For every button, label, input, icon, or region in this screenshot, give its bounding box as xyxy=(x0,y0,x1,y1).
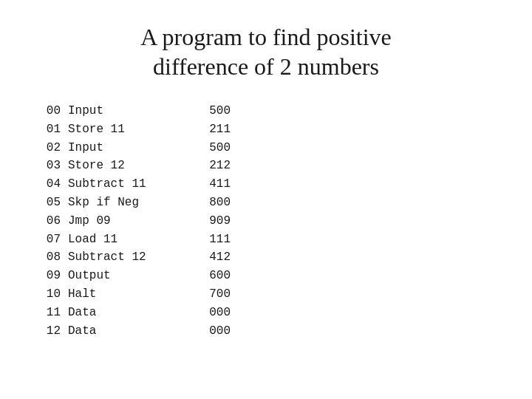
address-cell: 12 xyxy=(37,322,61,341)
opcode-cell: 111 xyxy=(186,231,231,249)
address-cell: 09 xyxy=(37,267,61,285)
opcode-cell: 000 xyxy=(186,304,231,322)
program-table: 00Input50001Store 1121102Input50003Store… xyxy=(37,102,495,340)
address-cell: 05 xyxy=(37,194,61,212)
instruction-cell: Skp if Neg xyxy=(68,194,186,212)
address-cell: 01 xyxy=(37,120,61,139)
program-row: 05Skp if Neg800 xyxy=(37,194,495,212)
instruction-cell: Store 11 xyxy=(68,120,186,139)
program-row: 01Store 11211 xyxy=(37,120,495,139)
opcode-cell: 411 xyxy=(186,175,231,194)
instruction-cell: Input xyxy=(68,139,186,157)
opcode-cell: 000 xyxy=(186,322,231,341)
address-cell: 03 xyxy=(37,157,61,175)
instruction-cell: Store 12 xyxy=(68,157,186,175)
instruction-cell: Output xyxy=(68,267,186,285)
instruction-cell: Load 11 xyxy=(68,231,186,249)
address-cell: 04 xyxy=(37,175,61,194)
opcode-cell: 909 xyxy=(186,212,231,231)
opcode-cell: 700 xyxy=(186,285,231,304)
address-cell: 06 xyxy=(37,212,61,231)
instruction-cell: Halt xyxy=(68,285,186,304)
program-row: 07Load 11111 xyxy=(37,231,495,249)
program-row: 06Jmp 09909 xyxy=(37,212,495,231)
instruction-cell: Data xyxy=(68,322,186,341)
instruction-cell: Subtract 12 xyxy=(68,248,186,267)
program-row: 02Input500 xyxy=(37,139,495,157)
opcode-cell: 600 xyxy=(186,267,231,285)
opcode-cell: 211 xyxy=(186,120,231,139)
address-cell: 11 xyxy=(37,304,61,322)
address-cell: 10 xyxy=(37,285,61,304)
program-row: 10Halt700 xyxy=(37,285,495,304)
program-row: 09Output600 xyxy=(37,267,495,285)
program-row: 11Data000 xyxy=(37,304,495,322)
program-row: 00Input500 xyxy=(37,102,495,120)
address-cell: 08 xyxy=(37,248,61,267)
address-cell: 00 xyxy=(37,102,61,120)
address-cell: 07 xyxy=(37,231,61,249)
opcode-cell: 500 xyxy=(186,139,231,157)
page-title: A program to find positivedifference of … xyxy=(37,22,495,81)
address-cell: 02 xyxy=(37,139,61,157)
instruction-cell: Jmp 09 xyxy=(68,212,186,231)
instruction-cell: Input xyxy=(68,102,186,120)
opcode-cell: 800 xyxy=(186,194,231,212)
opcode-cell: 412 xyxy=(186,248,231,267)
opcode-cell: 212 xyxy=(186,157,231,175)
program-row: 12Data000 xyxy=(37,322,495,341)
program-row: 03Store 12212 xyxy=(37,157,495,175)
program-row: 08Subtract 12412 xyxy=(37,248,495,267)
instruction-cell: Data xyxy=(68,304,186,322)
page: A program to find positivedifference of … xyxy=(0,0,532,399)
opcode-cell: 500 xyxy=(186,102,231,120)
program-row: 04Subtract 11411 xyxy=(37,175,495,194)
instruction-cell: Subtract 11 xyxy=(68,175,186,194)
